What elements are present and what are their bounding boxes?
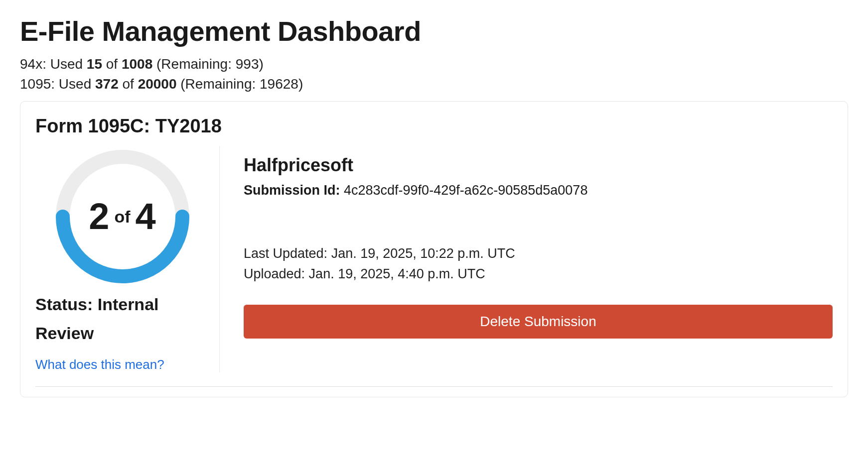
progress-ring: 2 of 4 [55, 149, 190, 284]
progress-ring-center: 2 of 4 [55, 149, 190, 284]
dashboard-page: E-File Management Dashboard 94x: Used 15… [0, 0, 868, 467]
usage-1095-remaining: (Remaining: 19628) [177, 76, 303, 92]
progress-ring-wrap: 2 of 4 [35, 149, 209, 284]
delete-submission-button[interactable]: Delete Submission [244, 305, 833, 339]
last-updated-line: Last Updated: Jan. 19, 2025, 10:22 p.m. … [244, 246, 833, 261]
status-label: Status: [35, 295, 98, 314]
usage-94x-of: of [102, 56, 122, 72]
usage-1095-of: of [119, 76, 138, 92]
uploaded-line: Uploaded: Jan. 19, 2025, 4:40 p.m. UTC [244, 266, 833, 282]
usage-94x-remaining: (Remaining: 993) [152, 56, 264, 72]
submission-id-label: Submission Id: [244, 183, 340, 198]
org-name: Halfpricesoft [244, 155, 833, 176]
card-body: 2 of 4 Status: Internal Review What does… [35, 146, 833, 387]
submission-id-line: Submission Id: 4c283cdf-99f0-429f-a62c-9… [244, 183, 833, 198]
last-updated-value: Jan. 19, 2025, 10:22 p.m. UTC [331, 246, 515, 261]
uploaded-label: Uploaded: [244, 266, 309, 281]
usage-1095-prefix: 1095: Used [20, 76, 95, 92]
uploaded-value: Jan. 19, 2025, 4:40 p.m. UTC [309, 266, 485, 281]
card-title: Form 1095C: TY2018 [35, 116, 833, 137]
usage-1095-used: 372 [95, 76, 119, 92]
usage-1095: 1095: Used 372 of 20000 (Remaining: 1962… [20, 76, 848, 92]
usage-94x-used: 15 [87, 56, 102, 72]
status-line: Status: Internal Review [35, 290, 209, 348]
progress-total: 4 [136, 198, 156, 235]
status-column: 2 of 4 Status: Internal Review What does… [35, 146, 220, 372]
usage-1095-total: 20000 [138, 76, 177, 92]
usage-94x-total: 1008 [122, 56, 152, 72]
progress-of: of [114, 207, 130, 227]
submission-card: Form 1095C: TY2018 2 of 4 [20, 101, 848, 397]
last-updated-label: Last Updated: [244, 246, 331, 261]
usage-94x: 94x: Used 15 of 1008 (Remaining: 993) [20, 56, 848, 72]
page-title: E-File Management Dashboard [20, 15, 848, 47]
spacer [244, 198, 833, 246]
progress-current: 2 [89, 198, 109, 235]
submission-id-value: 4c283cdf-99f0-429f-a62c-90585d5a0078 [340, 183, 588, 198]
usage-94x-prefix: 94x: Used [20, 56, 87, 72]
details-column: Halfpricesoft Submission Id: 4c283cdf-99… [220, 146, 833, 372]
status-help-link[interactable]: What does this mean? [35, 357, 164, 372]
